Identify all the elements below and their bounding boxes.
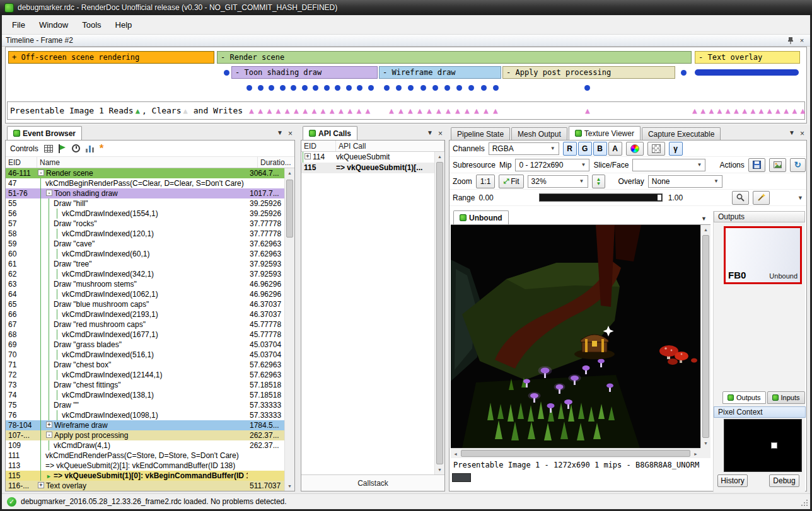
menu-item-file[interactable]: File: [5, 16, 32, 33]
draw-call-dot[interactable]: [408, 85, 414, 91]
event-row[interactable]: 68vkCmdDrawIndexed(1677,1)45.77778: [6, 330, 284, 340]
event-row[interactable]: 56vkCmdDrawIndexed(1554,1)39.25926: [6, 209, 284, 219]
api-call-row[interactable]: 115=> vkQueueSubmit(1)[...: [301, 163, 434, 173]
timeline-marker-bar[interactable]: - Wireframe draw: [379, 66, 501, 79]
expander-icon[interactable]: +: [304, 153, 311, 159]
draw-call-dot[interactable]: [420, 85, 426, 91]
usage-write-triangle[interactable]: ▲: [700, 106, 705, 116]
column-eid[interactable]: EID: [6, 157, 37, 168]
usage-write-triangle[interactable]: ▲: [339, 106, 344, 116]
timeline-activity-pill[interactable]: [695, 69, 799, 76]
channel-b-button[interactable]: B: [593, 142, 607, 156]
usage-write-triangle[interactable]: ▲: [734, 106, 739, 116]
expander-icon[interactable]: -: [46, 432, 52, 438]
autofit-wand-button[interactable]: [753, 191, 770, 205]
range-slider-thumb[interactable]: [658, 195, 661, 200]
event-row[interactable]: 65Draw "blue mushroom caps"46.37037: [6, 299, 284, 309]
usage-write-triangle[interactable]: ▲: [775, 106, 780, 116]
channel-g-button[interactable]: G: [578, 142, 592, 156]
fb0-thumbnail[interactable]: FB0 Unbound: [724, 226, 802, 284]
fetch-counters-icon[interactable]: [86, 145, 94, 152]
draw-call-dot[interactable]: [291, 85, 296, 91]
event-row[interactable]: 70vkCmdDrawIndexed(516,1)45.03704: [6, 350, 284, 360]
scroll-up-icon[interactable]: ▲: [285, 168, 294, 178]
zoom-1to1-button[interactable]: 1:1: [476, 175, 496, 188]
event-row[interactable]: 64vkCmdDrawIndexed(1062,1)46.96296: [6, 289, 284, 299]
draw-call-dot[interactable]: [324, 85, 330, 91]
timeline-canvas[interactable]: + Off-screen scene rendering- Render sce…: [6, 47, 806, 100]
event-row[interactable]: 59Draw "cave"37.62963: [6, 239, 284, 249]
options-icon[interactable]: *: [100, 145, 104, 152]
zoom-level-combo[interactable]: 32%▼: [528, 175, 588, 188]
usage-write-triangle[interactable]: ▲: [484, 106, 489, 116]
event-row[interactable]: 47vkCmdBeginRenderPass(C=Clear, D=Clear,…: [6, 178, 284, 188]
usage-write-triangle[interactable]: ▲: [455, 106, 460, 116]
event-row[interactable]: 111vkCmdEndRenderPass(C=Store, D=Store, …: [6, 451, 284, 461]
event-row[interactable]: 57Draw "rocks"37.77778: [6, 219, 284, 229]
usage-write-triangle[interactable]: ▲: [398, 106, 403, 116]
event-row[interactable]: 116-...+Text overlay511.7037: [6, 481, 284, 491]
tab-mesh-output[interactable]: Mesh Output: [511, 127, 567, 140]
event-row[interactable]: 60vkCmdDrawIndexed(60,1)37.62963: [6, 249, 284, 259]
event-row[interactable]: 71Draw "chest box"57.62963: [6, 360, 284, 370]
expander-icon[interactable]: -: [46, 190, 52, 196]
usage-write-triangle[interactable]: ▲: [347, 106, 352, 116]
callstack-section[interactable]: Callstack: [301, 474, 444, 491]
channel-r-button[interactable]: R: [563, 142, 577, 156]
event-row[interactable]: 73Draw "chest fittings"57.18518: [6, 380, 284, 390]
usage-write-triangle[interactable]: ▲: [267, 106, 272, 116]
usage-write-triangle[interactable]: ▲: [311, 106, 316, 116]
usage-write-triangle[interactable]: ▲: [692, 106, 697, 116]
timeline-close-icon[interactable]: ×: [798, 36, 806, 45]
usage-write-triangle[interactable]: ▲: [784, 106, 789, 116]
resize-grip[interactable]: [801, 499, 808, 507]
timeline-dock-header[interactable]: Timeline - Frame #2 ×: [2, 35, 810, 47]
usage-write-triangle[interactable]: ▲: [726, 106, 731, 116]
event-row[interactable]: 72vkCmdDrawIndexed(12144,1)57.62963: [6, 370, 284, 380]
save-button[interactable]: [748, 158, 765, 172]
draw-call-dot[interactable]: [357, 85, 362, 91]
usage-write-triangle[interactable]: ▲: [408, 106, 413, 116]
usage-write-triangle[interactable]: ▲: [258, 106, 263, 116]
scroll-down-icon[interactable]: ▼: [435, 465, 444, 474]
draw-call-dot[interactable]: [384, 85, 390, 91]
goto-resource-button[interactable]: ↻: [790, 158, 806, 172]
column-eid[interactable]: EID: [301, 141, 336, 151]
timeline-marker-bar[interactable]: + Off-screen scene rendering: [8, 51, 214, 64]
usage-write-triangle[interactable]: ▲: [717, 106, 722, 116]
zoom-fit-button[interactable]: ⤢ Fit: [499, 175, 523, 188]
event-row[interactable]: 46-111-Render scene3064.7...: [6, 168, 284, 178]
draw-call-dot[interactable]: [346, 85, 352, 91]
draw-call-dot[interactable]: [269, 85, 274, 91]
scroll-down-icon[interactable]: ▼: [701, 439, 710, 448]
channel-a-button[interactable]: A: [608, 142, 622, 156]
draw-call-dot[interactable]: [584, 85, 590, 91]
draw-call-dot[interactable]: [493, 85, 499, 91]
usage-write-triangle[interactable]: ▲: [276, 106, 281, 116]
time-draw-calls-icon[interactable]: [72, 144, 80, 152]
usage-write-triangle[interactable]: ▲: [474, 106, 479, 116]
event-row[interactable]: 109vkCmdDraw(4,1)262.37...: [6, 440, 284, 451]
usage-write-triangle[interactable]: ▲: [417, 106, 422, 116]
event-row[interactable]: 67Draw "red mushroom caps"45.77778: [6, 319, 284, 330]
timeline-marker-bar[interactable]: - Render scene: [217, 51, 692, 64]
tab-api-calls[interactable]: API Calls: [303, 126, 357, 140]
event-row[interactable]: 63Draw "mushroom stems"46.96296: [6, 279, 284, 289]
title-bar[interactable]: debugmarker.rdc - RenderDoc Unofficial r…: [0, 0, 812, 15]
range-min-value[interactable]: 0.00: [478, 193, 493, 202]
texture-horizontal-scrollbar[interactable]: ◄ ►: [451, 448, 700, 458]
bookmark-flag-icon[interactable]: [59, 144, 66, 153]
usage-write-triangle[interactable]: ▲: [465, 106, 470, 116]
draw-call-dot[interactable]: [368, 85, 374, 91]
channels-select[interactable]: RGBA▼: [489, 142, 559, 155]
draw-call-dot[interactable]: [681, 70, 687, 76]
event-row[interactable]: 107-...-Apply post processing262.37...: [6, 430, 284, 440]
alpha-background-button[interactable]: [647, 142, 665, 156]
usage-write-triangle[interactable]: ▲: [249, 106, 254, 116]
event-row[interactable]: 74vkCmdDrawIndexed(138,1)57.18518: [6, 390, 284, 400]
hdr-mul-button[interactable]: [626, 142, 644, 156]
expander-icon[interactable]: +: [46, 422, 52, 428]
texture-display[interactable]: ▲ ▼ ◄ ►: [451, 225, 710, 458]
usage-write-triangle[interactable]: ▲: [759, 106, 764, 116]
usage-write-triangle[interactable]: ▲: [585, 106, 590, 116]
